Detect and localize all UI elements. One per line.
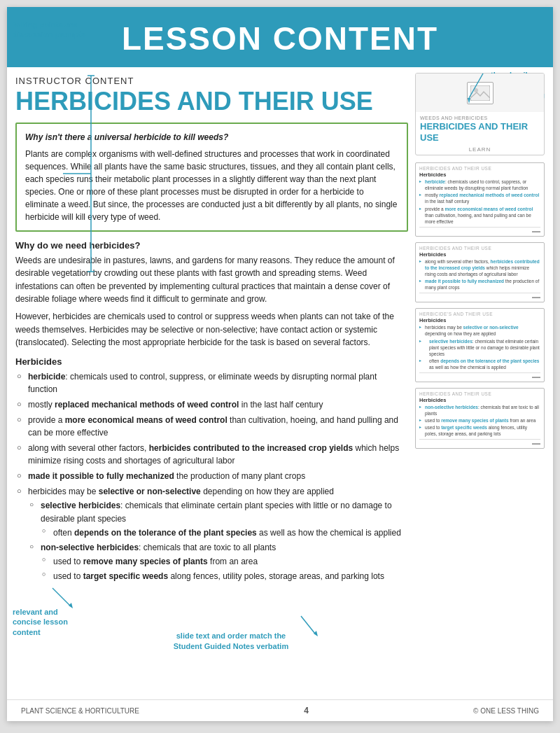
slide-card-label: WEEDS AND HERBICIDES (420, 116, 540, 120)
sidebar: WEEDS AND HERBICIDES HERBICIDES AND THEI… (415, 73, 545, 587)
footer-page: 4 (304, 706, 309, 715)
small-card-page: ▬▬ (532, 295, 540, 299)
herbicides-list: herbicide: chemicals used to control, su… (15, 370, 408, 583)
main-content: INSTRUCTOR CONTENT HERBICIDES AND THEIR … (15, 73, 408, 587)
section1-heading: Why do we need herbicides? (15, 240, 408, 251)
list-item: provide a more economical means of weed … (15, 414, 408, 440)
instructor-label: INSTRUCTOR CONTENT (15, 76, 408, 86)
question-box: Why isn't there a universal herbicide to… (15, 123, 408, 232)
page: talking points and discussion prompts LE… (7, 7, 553, 721)
thumbnail-card-1[interactable]: HERBICIDES AND THEIR USE Herbicides herb… (415, 162, 545, 237)
small-card-item: provide a more economical means of weed … (419, 206, 540, 225)
list-item: used to remove many species of plants fr… (41, 555, 408, 568)
question-answer: Plants are complex organisms with well-d… (25, 148, 398, 223)
section2-heading: Herbicides (15, 356, 408, 367)
bold-word: herbicide (28, 372, 65, 382)
small-card-subheading: Herbicides (419, 251, 540, 258)
small-card-item: along with several other factors, herbic… (419, 258, 540, 277)
small-card-bottom: ▬▬ (419, 372, 540, 379)
content-area: INSTRUCTOR CONTENT HERBICIDES AND THEIR … (7, 67, 553, 593)
small-card-bottom: ▬▬ (419, 293, 540, 299)
sub-sub-list: often depends on the tolerance of the pl… (41, 526, 408, 540)
sub-sub-list: used to remove many species of plants fr… (41, 555, 408, 582)
list-item: mostly replaced mechanical methods of we… (15, 398, 408, 412)
small-card-item: used to remove many species of plants fr… (419, 417, 540, 424)
slide-icon (467, 82, 493, 104)
small-card-page: ▬▬ (532, 441, 540, 445)
list-item: non-selective herbicides: chemicals that… (28, 541, 408, 583)
section1-para1: Weeds are undesirable in pastures, lawns… (15, 254, 408, 306)
slide-card-header: WEEDS AND HERBICIDES HERBICIDES AND THEI… (416, 112, 544, 144)
annotation-relevant: relevant and concise lesson content (13, 607, 79, 637)
svg-point-7 (474, 88, 478, 92)
small-card-item: used to target specific weeds along fenc… (419, 424, 540, 437)
thumbnail-card-3[interactable]: HERBICIDE'S AND THEIR USE Herbicides her… (415, 308, 545, 382)
small-card-subheading: Herbicides (419, 172, 540, 178)
small-card-item: mostly replaced mechanical methods of we… (419, 192, 540, 204)
annotation-slide-text: slide text and order match the Student G… (147, 631, 315, 651)
lesson-title: HERBICIDES AND THEIR USE (15, 88, 408, 116)
small-card-bottom: ▬▬ (419, 227, 540, 233)
list-item: herbicide: chemicals used to control, su… (15, 370, 408, 396)
small-card-subheading: Herbicides (419, 397, 540, 403)
header: talking points and discussion prompts LE… (7, 7, 553, 67)
slide-card-title: HERBICIDES AND THEIR USE (420, 121, 540, 143)
slide-card-action[interactable]: LEARN (416, 144, 544, 155)
footer-right: © ONE LESS THING (473, 707, 539, 715)
list-item: used to target specific weeds along fenc… (41, 570, 408, 583)
image-icon (470, 85, 490, 101)
small-card-label: HERBICIDES AND THEIR USE (419, 246, 540, 251)
list-item: along with several other factors, herbic… (15, 442, 408, 468)
small-card-label: HERBICIDES AND THEIR USE (419, 391, 540, 396)
annotation-talking-points: talking points and discussion prompts (13, 20, 90, 40)
small-card-item: selective herbicides: chemicals that eli… (419, 338, 540, 357)
thumbnail-card-4[interactable]: HERBICIDES AND THEIR USE Herbicides non-… (415, 388, 545, 449)
header-title: LESSON CONTENT (122, 20, 438, 57)
small-card-label: HERBICIDES AND THEIR USE (419, 166, 540, 171)
main-slide-card[interactable]: WEEDS AND HERBICIDES HERBICIDES AND THEI… (415, 73, 545, 155)
small-card-item: herbicides may be selective or non-selec… (419, 324, 540, 337)
small-card-label: HERBICIDE'S AND THEIR USE (419, 312, 540, 316)
small-card-item: often depends on the tolerance of the pl… (419, 358, 540, 370)
footer: PLANT SCIENCE & HORTICULTURE 4 © ONE LES… (7, 699, 553, 721)
list-item: often depends on the tolerance of the pl… (41, 526, 408, 540)
thumbnail-card-2[interactable]: HERBICIDES AND THEIR USE Herbicides alon… (415, 242, 545, 302)
small-card-page: ▬▬ (532, 229, 540, 233)
list-item: made it possible to fully mechanized the… (15, 470, 408, 483)
footer-left: PLANT SCIENCE & HORTICULTURE (21, 707, 139, 715)
slide-card-image (416, 74, 544, 112)
small-card-item: herbicide: chemicals used to control, su… (419, 179, 540, 191)
small-card-bottom: ▬▬ (419, 439, 540, 445)
section1-para2: However, herbicides are chemicals used t… (15, 310, 408, 349)
small-card-item: non-selective herbicides: chemicals that… (419, 404, 540, 417)
small-card-item: made it possible to fully mechanized the… (419, 278, 540, 291)
sub-list: selective herbicides: chemicals that eli… (28, 499, 408, 583)
list-item: selective herbicides: chemicals that eli… (28, 499, 408, 540)
question-text: Why isn't there a universal herbicide to… (25, 131, 398, 144)
svg-rect-6 (470, 85, 490, 101)
small-card-subheading: Herbicides (419, 317, 540, 323)
small-card-page: ▬▬ (532, 375, 540, 379)
list-item: herbicides may be selective or non-selec… (15, 485, 408, 583)
